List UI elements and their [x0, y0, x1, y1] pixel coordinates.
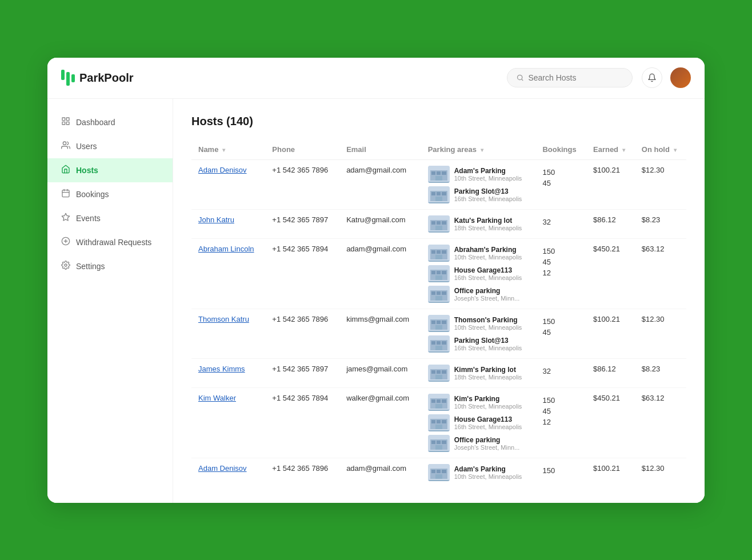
- host-earned: $100.21: [586, 458, 635, 487]
- host-name-link[interactable]: Kim Walker: [198, 394, 236, 402]
- host-name-link[interactable]: John Katru: [198, 215, 234, 224]
- parking-entry: Adam's Parking10th Street, Minneapolis: [428, 464, 529, 481]
- table-header-row: Name ▾ Phone Email Parking areas: [191, 139, 686, 160]
- host-earned: $100.21: [586, 159, 635, 209]
- host-bookings: 32: [535, 209, 586, 238]
- col-onhold[interactable]: On hold ▾: [635, 139, 686, 160]
- svg-rect-92: [428, 430, 450, 431]
- svg-point-6: [63, 142, 66, 145]
- parking-name: Kimm's Parking lot: [454, 366, 522, 374]
- col-phone: Phone: [265, 139, 339, 160]
- parking-entry: Abraham's Parking10th Street, Minneapoli…: [428, 245, 529, 262]
- svg-rect-96: [437, 441, 441, 444]
- header-icons: [642, 67, 691, 88]
- parking-name: House Garage113: [454, 266, 522, 274]
- parking-entry: Kim's Parking10th Street, Minneapolis: [428, 394, 529, 411]
- svg-rect-42: [435, 255, 442, 259]
- sidebar-item-events-label: Events: [76, 214, 101, 223]
- host-phone: +1 542 365 7897: [265, 209, 339, 238]
- sidebar-item-dashboard[interactable]: Dashboard: [47, 110, 173, 134]
- parking-address: 16th Street, Minneapolis: [454, 195, 522, 202]
- sidebar-item-events[interactable]: Events: [47, 206, 173, 230]
- parking-name: Adam's Parking: [454, 465, 522, 473]
- host-name-link[interactable]: Abraham Lincoln: [198, 245, 254, 253]
- svg-rect-34: [442, 221, 446, 225]
- sidebar-item-hosts[interactable]: Hosts: [47, 158, 173, 182]
- host-name-link[interactable]: Thomson Katru: [198, 315, 249, 323]
- sidebar-item-hosts-label: Hosts: [76, 166, 98, 175]
- withdrawal-icon: [61, 237, 70, 248]
- host-on-hold: $8.23: [635, 209, 686, 238]
- search-icon: [517, 74, 523, 82]
- svg-rect-53: [431, 291, 435, 295]
- svg-rect-64: [428, 331, 450, 332]
- bell-icon[interactable]: [642, 67, 662, 88]
- host-name-link[interactable]: Adam Denisov: [198, 464, 247, 473]
- parking-thumbnail: [428, 464, 450, 481]
- search-input[interactable]: [528, 73, 623, 82]
- user-avatar[interactable]: [670, 67, 691, 88]
- events-icon: [61, 213, 70, 224]
- col-name[interactable]: Name ▾: [191, 139, 265, 160]
- sidebar-item-users[interactable]: Users: [47, 134, 173, 158]
- sidebar-item-settings[interactable]: Settings: [47, 254, 173, 278]
- parking-address: Joseph's Street, Minn...: [454, 444, 520, 451]
- users-icon: [61, 141, 70, 152]
- app-container: ParkPoolr: [47, 58, 705, 503]
- svg-rect-78: [428, 381, 450, 382]
- col-earned[interactable]: Earned ▾: [586, 139, 635, 160]
- svg-rect-97: [442, 441, 446, 444]
- svg-rect-21: [435, 176, 442, 181]
- svg-rect-89: [437, 420, 441, 423]
- sidebar-item-bookings-label: Bookings: [76, 190, 109, 199]
- svg-rect-25: [431, 192, 435, 195]
- host-name-link[interactable]: Adam Denisov: [198, 166, 247, 174]
- svg-rect-50: [428, 281, 450, 282]
- booking-value: 150: [542, 166, 579, 177]
- sidebar-item-bookings[interactable]: Bookings: [47, 182, 173, 206]
- svg-rect-46: [431, 271, 435, 274]
- parking-address: 10th Street, Minneapolis: [454, 473, 522, 480]
- table-container: Name ▾ Phone Email Parking areas: [191, 139, 686, 487]
- parking-entry: House Garage11316th Street, Minneapolis: [428, 414, 529, 431]
- host-name-link[interactable]: James Kimms: [198, 365, 245, 373]
- host-on-hold: $12.30: [635, 458, 686, 487]
- svg-rect-56: [435, 296, 442, 301]
- parking-thumbnail: [428, 335, 450, 353]
- sidebar-item-withdrawal[interactable]: Withdrawal Requests: [47, 230, 173, 254]
- search-bar[interactable]: [507, 68, 633, 87]
- parking-thumbnail: [428, 245, 450, 262]
- parking-address: 10th Street, Minneapolis: [454, 254, 522, 261]
- parking-entry: Katu's Parking lot18th Street, Minneapol…: [428, 215, 529, 233]
- host-on-hold: $8.23: [635, 358, 686, 387]
- booking-value: 150: [542, 394, 579, 405]
- host-parking-areas: Katu's Parking lot18th Street, Minneapol…: [421, 209, 536, 238]
- host-phone: +1 542 365 7896: [265, 458, 339, 487]
- sidebar-item-settings-label: Settings: [76, 262, 105, 271]
- svg-rect-27: [442, 192, 446, 195]
- sidebar-item-users-label: Users: [76, 142, 97, 151]
- parking-name: Kim's Parking: [454, 395, 522, 403]
- host-email: walker@gmail.com: [339, 387, 421, 458]
- svg-rect-90: [442, 420, 446, 423]
- host-on-hold: $12.30: [635, 309, 686, 358]
- host-parking-areas: Adam's Parking10th Street, Minneapolis: [421, 458, 536, 487]
- svg-rect-103: [437, 470, 441, 473]
- parking-address: 10th Street, Minneapolis: [454, 403, 522, 410]
- svg-rect-81: [431, 399, 435, 403]
- svg-rect-75: [437, 370, 441, 374]
- host-parking-areas: Thomson's Parking10th Street, Minneapoli…: [421, 309, 536, 358]
- svg-rect-7: [62, 190, 69, 197]
- svg-rect-68: [437, 341, 441, 345]
- host-bookings: 32: [535, 358, 586, 387]
- col-parking-areas[interactable]: Parking areas ▾: [421, 139, 536, 160]
- booking-value: 45: [542, 177, 579, 187]
- booking-value: 150: [542, 464, 579, 475]
- parking-address: 18th Street, Minneapolis: [454, 225, 522, 231]
- booking-value: 45: [542, 255, 579, 266]
- booking-value: 12: [542, 415, 579, 426]
- booking-value: 32: [542, 365, 579, 375]
- parking-name: House Garage113: [454, 415, 522, 423]
- app-name: ParkPoolr: [79, 71, 133, 85]
- parking-name: Parking Slot@13: [454, 337, 522, 345]
